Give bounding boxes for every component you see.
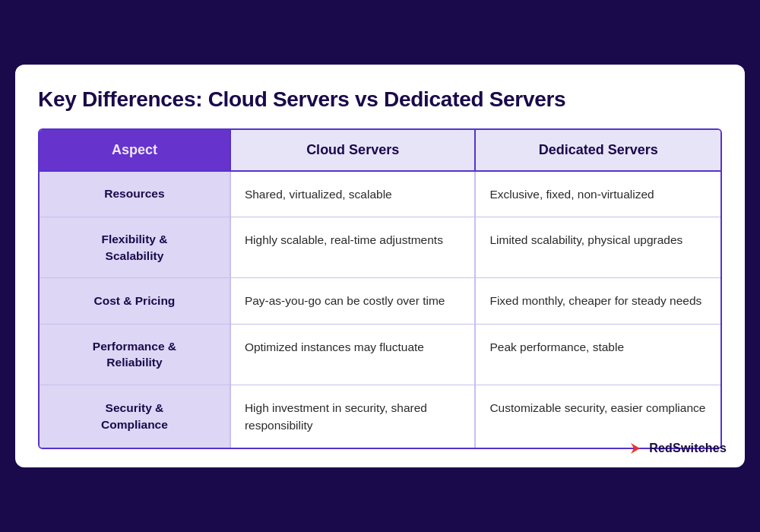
table-row: Security &ComplianceHigh investment in s… — [40, 385, 720, 448]
cloud-cell: Shared, virtualized, scalable — [230, 171, 476, 217]
header-dedicated: Dedicated Servers — [475, 130, 720, 171]
brand-logo: RedSwitches — [628, 440, 727, 457]
aspect-cell: Performance &Reliability — [40, 324, 230, 385]
svg-marker-0 — [631, 443, 640, 454]
cloud-cell: Pay-as-you-go can be costly over time — [230, 278, 476, 324]
main-container: Key Differences: Cloud Servers vs Dedica… — [15, 65, 745, 468]
table-header-row: Aspect Cloud Servers Dedicated Servers — [40, 130, 720, 171]
dedicated-cell: Limited scalability, physical upgrades — [475, 217, 720, 277]
dedicated-cell: Customizable security, easier compliance — [475, 385, 720, 448]
table-row: Flexibility &ScalabilityHighly scalable,… — [40, 217, 720, 277]
cloud-cell: Optimized instances may fluctuate — [230, 324, 476, 385]
header-cloud: Cloud Servers — [230, 130, 476, 171]
cloud-cell: Highly scalable, real-time adjustments — [230, 217, 476, 277]
brand-red: Red — [649, 442, 673, 454]
aspect-cell: Flexibility &Scalability — [40, 217, 230, 277]
header-aspect: Aspect — [40, 130, 230, 171]
brand-icon — [628, 440, 644, 457]
table-row: Cost & PricingPay-as-you-go can be costl… — [40, 278, 720, 324]
dedicated-cell: Fixed monthly, cheaper for steady needs — [475, 278, 720, 324]
aspect-cell: Security &Compliance — [40, 385, 230, 448]
brand-dark: Switches — [673, 442, 727, 454]
dedicated-cell: Exclusive, fixed, non-virtualized — [475, 171, 720, 217]
dedicated-cell: Peak performance, stable — [475, 324, 720, 385]
page-title: Key Differences: Cloud Servers vs Dedica… — [38, 87, 722, 112]
comparison-table-wrapper: Aspect Cloud Servers Dedicated Servers R… — [38, 128, 722, 450]
comparison-table: Aspect Cloud Servers Dedicated Servers R… — [40, 130, 720, 448]
table-row: ResourcesShared, virtualized, scalableEx… — [40, 171, 720, 217]
table-row: Performance &ReliabilityOptimized instan… — [40, 324, 720, 385]
cloud-cell: High investment in security, shared resp… — [230, 385, 476, 448]
table-body: ResourcesShared, virtualized, scalableEx… — [40, 171, 720, 448]
aspect-cell: Cost & Pricing — [40, 278, 230, 324]
aspect-cell: Resources — [40, 171, 230, 217]
brand-text: RedSwitches — [649, 442, 727, 455]
